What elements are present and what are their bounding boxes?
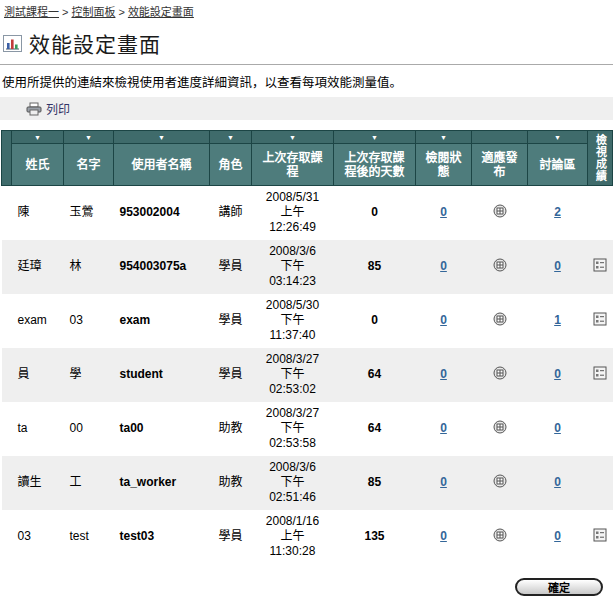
cell-adaptive-release — [472, 186, 528, 240]
cell-last-name: 03 — [12, 510, 64, 564]
cell-discussion: 1 — [528, 294, 588, 348]
cell-last-access: 2008/5/30下午11:37:40 — [252, 294, 334, 348]
sort-desc-icon[interactable]: ▼ — [554, 133, 561, 143]
cell-last-name: 陳 — [12, 186, 64, 240]
sort-desc-icon[interactable]: ▼ — [158, 133, 165, 143]
sort-cell-discussion: ▼ — [528, 131, 588, 144]
review-status-link[interactable]: 0 — [440, 313, 447, 327]
discussion-link[interactable]: 0 — [554, 529, 561, 543]
adaptive-release-icon[interactable] — [493, 204, 507, 218]
discussion-link[interactable]: 0 — [554, 475, 561, 489]
column-header-days-since: 上次存取課程後的天數 — [334, 144, 416, 186]
title-row: 效能設定畫面 — [0, 20, 613, 64]
view-grades-icon[interactable] — [593, 528, 607, 542]
discussion-link[interactable]: 0 — [554, 367, 561, 381]
review-status-link[interactable]: 0 — [440, 421, 447, 435]
cell-adaptive-release — [472, 240, 528, 294]
adaptive-release-icon[interactable] — [493, 312, 507, 326]
cell-view-grades — [588, 240, 613, 294]
discussion-link[interactable]: 1 — [554, 313, 561, 327]
cell-review-status: 0 — [416, 402, 472, 456]
adaptive-release-icon[interactable] — [493, 528, 507, 542]
column-header-adaptive-release: 適應發布 — [472, 144, 528, 186]
cell-review-status: 0 — [416, 294, 472, 348]
cell-review-status: 0 — [416, 240, 472, 294]
cell-first-name: 林 — [64, 240, 114, 294]
cell-username: student — [114, 348, 210, 402]
cell-username: ta00 — [114, 402, 210, 456]
adaptive-release-icon[interactable] — [493, 258, 507, 272]
view-grades-icon[interactable] — [593, 366, 607, 380]
cell-last-name: ta — [12, 402, 64, 456]
sort-desc-icon[interactable]: ▼ — [289, 133, 296, 143]
sort-desc-icon[interactable]: ▼ — [440, 133, 447, 143]
cell-role: 助教 — [210, 402, 252, 456]
cell-last-name: 讀生 — [12, 456, 64, 510]
cell-role: 學員 — [210, 510, 252, 564]
sort-cell-days-since: ▼ — [334, 131, 416, 144]
bar-chart-icon — [3, 35, 22, 52]
discussion-link[interactable]: 0 — [554, 421, 561, 435]
adaptive-release-icon[interactable] — [493, 474, 507, 488]
table-row: exam 03 exam 學員 2008/5/30下午11:37:40 0 0 … — [2, 294, 613, 348]
cell-first-name: 玉鶯 — [64, 186, 114, 240]
breadcrumb-link-performance-dashboard[interactable]: 效能設定畫面 — [128, 6, 194, 18]
breadcrumb: 測試課程一>控制面板>效能設定畫面 — [0, 0, 613, 20]
cell-discussion: 0 — [528, 240, 588, 294]
cell-last-access: 2008/1/16上午11:30:28 — [252, 510, 334, 564]
cell-role: 學員 — [210, 348, 252, 402]
cell-discussion: 0 — [528, 510, 588, 564]
adaptive-release-icon[interactable] — [493, 420, 507, 434]
cell-days-since: 85 — [334, 456, 416, 510]
view-grades-icon[interactable] — [593, 312, 607, 326]
view-grades-icon[interactable] — [593, 258, 607, 272]
cell-view-grades — [588, 510, 613, 564]
adaptive-release-icon[interactable] — [493, 366, 507, 380]
review-status-link[interactable]: 0 — [440, 529, 447, 543]
sort-desc-icon[interactable]: ▼ — [371, 133, 378, 143]
cell-review-status: 0 — [416, 348, 472, 402]
sort-cell-last-access: ▼ — [252, 131, 334, 144]
column-header-discussion: 討論區 — [528, 144, 588, 186]
row-left-pad — [2, 510, 12, 564]
discussion-link[interactable]: 0 — [554, 259, 561, 273]
table-row: 陳 玉鶯 953002004 講師 2008/5/31上午12:26:49 0 … — [2, 186, 613, 240]
sort-desc-icon[interactable]: ▼ — [227, 133, 234, 143]
cell-last-access: 2008/5/31上午12:26:49 — [252, 186, 334, 240]
breadcrumb-link-course[interactable]: 測試課程一 — [4, 6, 59, 18]
ok-button[interactable]: 確定 — [515, 578, 603, 596]
column-header-review-status: 檢閱狀態 — [416, 144, 472, 186]
sort-cell-review-status: ▼ — [416, 131, 472, 144]
row-left-pad — [2, 456, 12, 510]
discussion-link[interactable]: 2 — [554, 205, 561, 219]
cell-review-status: 0 — [416, 456, 472, 510]
cell-adaptive-release — [472, 294, 528, 348]
review-status-link[interactable]: 0 — [440, 475, 447, 489]
print-button[interactable]: 列印 — [26, 100, 70, 117]
sort-desc-icon[interactable]: ▼ — [85, 133, 92, 143]
sort-desc-icon[interactable]: ▼ — [34, 133, 41, 143]
cell-days-since: 0 — [334, 186, 416, 240]
cell-last-access: 2008/3/27下午02:53:02 — [252, 348, 334, 402]
cell-username: 953002004 — [114, 186, 210, 240]
cell-view-grades — [588, 456, 613, 510]
cell-adaptive-release — [472, 510, 528, 564]
cell-username: exam — [114, 294, 210, 348]
sort-cell-last-name: ▼ — [12, 131, 64, 144]
cell-days-since: 0 — [334, 294, 416, 348]
row-left-pad — [2, 294, 12, 348]
cell-username: 954003075a — [114, 240, 210, 294]
cell-days-since: 85 — [334, 240, 416, 294]
review-status-link[interactable]: 0 — [440, 205, 447, 219]
breadcrumb-link-control-panel[interactable]: 控制面板 — [71, 6, 115, 18]
review-status-link[interactable]: 0 — [440, 259, 447, 273]
cell-first-name: test — [64, 510, 114, 564]
cell-last-access: 2008/3/27下午02:53:58 — [252, 402, 334, 456]
review-status-link[interactable]: 0 — [440, 367, 447, 381]
column-header-first-name: 名字 — [64, 144, 114, 186]
cell-last-access: 2008/3/6下午02:51:46 — [252, 456, 334, 510]
table-row: 員 學 student 學員 2008/3/27下午02:53:02 64 0 … — [2, 348, 613, 402]
cell-days-since: 64 — [334, 348, 416, 402]
cell-adaptive-release — [472, 402, 528, 456]
page-description: 使用所提供的連結來檢視使用者進度詳細資訊，以查看每項效能測量值。 — [0, 69, 613, 97]
